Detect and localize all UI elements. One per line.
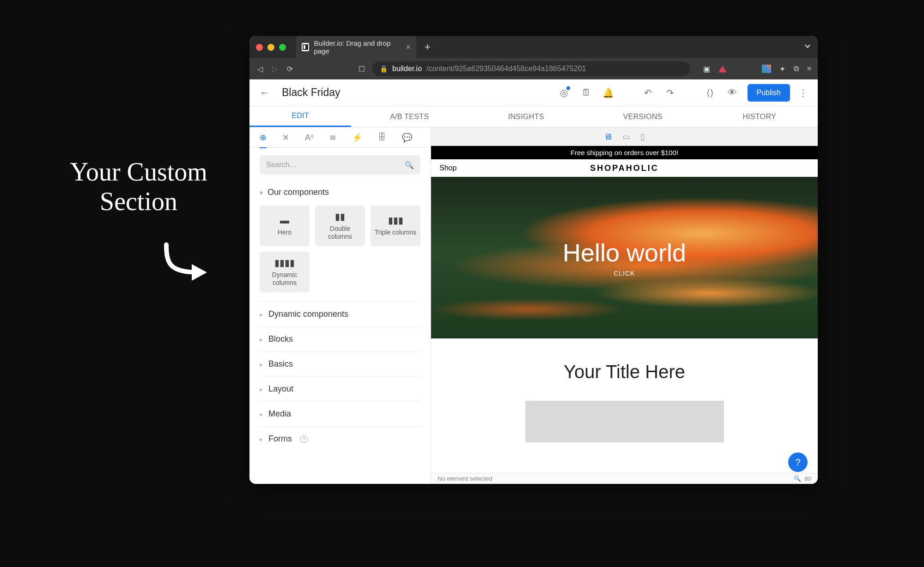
hero-cta[interactable]: CLICK	[614, 270, 635, 277]
hero-heading: Hello world	[563, 238, 686, 267]
desktop-device-icon[interactable]: 🖥	[604, 132, 612, 142]
zoom-icon[interactable]: 🔍	[794, 475, 801, 482]
content-section[interactable]: Your Title Here	[431, 338, 818, 442]
annotation-callout: Your Custom Section	[55, 157, 222, 217]
image-placeholder[interactable]	[525, 401, 724, 442]
browser-tabbar: Builder.io: Drag and drop page × +	[249, 36, 818, 58]
main-tabs: EDIT A/B TESTS INSIGHTS VERSIONS HISTORY	[249, 106, 818, 127]
section-label: Our components	[267, 187, 329, 197]
section-title: Your Title Here	[431, 362, 818, 382]
nav-forward-button[interactable]: ▷	[271, 65, 279, 73]
search-icon: 🔍	[405, 161, 414, 169]
app-body: ⊕ ✕ Aᵅ ≋ ⚡ 🗄 💬 Search... 🔍 ▾ Our compone…	[249, 127, 818, 484]
browser-menu-button[interactable]: ≡	[807, 65, 811, 73]
layers-tool-icon[interactable]: ≋	[329, 133, 336, 143]
window-close-button[interactable]	[256, 44, 263, 51]
new-tab-button[interactable]: +	[425, 41, 431, 53]
schedule-icon[interactable]: 🗓	[579, 87, 593, 98]
preview-button[interactable]: 👁	[725, 87, 739, 98]
section-our-components[interactable]: ▾ Our components	[260, 183, 420, 202]
publish-button[interactable]: Publish	[748, 84, 790, 102]
section-basics[interactable]: ▸ Basics	[260, 351, 420, 376]
section-media[interactable]: ▸ Media	[260, 401, 420, 426]
tab-edit[interactable]: EDIT	[249, 106, 351, 127]
section-dynamic-components[interactable]: ▸ Dynamic components	[260, 302, 420, 326]
caret-right-icon: ▸	[260, 311, 263, 318]
double-columns-icon: ▮▮	[335, 211, 345, 222]
search-input[interactable]: Search... 🔍	[260, 155, 420, 175]
browser-urlbar: ◁ ▷ ⟳ ☐ 🔒 builder.io/content/925a6293504…	[249, 58, 818, 79]
preview-frame[interactable]: Free shipping on orders over $100! Shop …	[431, 146, 818, 484]
sidebar-toolbar: ⊕ ✕ Aᵅ ≋ ⚡ 🗄 💬	[249, 127, 431, 148]
help-fab-button[interactable]: ?	[788, 452, 808, 472]
url-host: builder.io	[392, 65, 422, 73]
shop-link[interactable]: Shop	[439, 164, 456, 172]
tab-insights[interactable]: INSIGHTS	[468, 106, 585, 127]
svg-rect-1	[304, 45, 305, 49]
caret-right-icon: ▸	[260, 410, 263, 418]
shield-icon[interactable]: ▣	[703, 65, 710, 73]
component-triple-columns[interactable]: ▮▮▮ Triple columns	[371, 205, 420, 246]
pip-icon[interactable]: ⧉	[794, 65, 799, 73]
traffic-lights	[256, 44, 286, 51]
data-tool-icon[interactable]: 🗄	[378, 133, 386, 142]
window-maximize-button[interactable]	[279, 44, 286, 51]
redo-button[interactable]: ↷	[663, 87, 677, 98]
sidebar: ⊕ ✕ Aᵅ ≋ ⚡ 🗄 💬 Search... 🔍 ▾ Our compone…	[249, 127, 431, 484]
insert-tool-icon[interactable]: ⊕	[260, 133, 267, 148]
help-icon: ?	[300, 435, 308, 443]
caret-right-icon: ▸	[260, 336, 263, 343]
tab-title: Builder.io: Drag and drop page	[314, 39, 399, 55]
undo-button[interactable]: ↶	[641, 87, 655, 98]
style-tool-icon[interactable]: ✕	[282, 133, 289, 143]
caret-right-icon: ▸	[260, 435, 263, 443]
browser-window: Builder.io: Drag and drop page × + ◁ ▷ ⟳…	[249, 36, 818, 484]
search-placeholder: Search...	[266, 161, 296, 169]
browser-tab[interactable]: Builder.io: Drag and drop page ×	[296, 36, 416, 59]
caret-down-icon: ▾	[260, 189, 263, 196]
app-back-button[interactable]: ←	[260, 87, 270, 99]
component-double-columns[interactable]: ▮▮ Double columns	[315, 205, 365, 246]
nav-reload-button[interactable]: ⟳	[286, 65, 294, 73]
section-forms[interactable]: ▸ Forms ?	[260, 426, 420, 451]
selection-status: No element selected	[438, 475, 492, 482]
mobile-device-icon[interactable]: ▯	[640, 132, 645, 142]
hero-section[interactable]: Hello world CLICK	[431, 177, 818, 338]
annotation-arrow-icon	[157, 240, 213, 296]
status-bar: No element selected 🔍 80	[431, 473, 818, 484]
tab-close-button[interactable]: ×	[406, 42, 411, 52]
app-header: ← Black Friday ◎ 🗓 🔔 ↶ ↷ ⟨⟩ 👁 Publish ⋮	[249, 79, 818, 106]
component-grid: ▬ Hero ▮▮ Double columns ▮▮▮ Triple colu…	[260, 205, 420, 292]
section-layout[interactable]: ▸ Layout	[260, 376, 420, 401]
url-input[interactable]: 🔒 builder.io/content/925a629350464d458ce…	[372, 61, 690, 76]
brave-icon[interactable]	[718, 66, 727, 72]
notifications-icon[interactable]: 🔔	[602, 87, 615, 98]
tab-versions[interactable]: VERSIONS	[584, 106, 701, 127]
type-tool-icon[interactable]: Aᵅ	[305, 133, 314, 143]
device-toolbar: 🖥 ▭ ▯	[431, 127, 818, 146]
annotation-line1: Your Custom	[55, 157, 222, 187]
zoom-value: 80	[805, 475, 811, 482]
lock-icon: 🔒	[380, 65, 388, 72]
tabbar-overflow-button[interactable]	[804, 42, 811, 52]
tablet-device-icon[interactable]: ▭	[622, 132, 630, 142]
comments-tool-icon[interactable]: 💬	[402, 133, 412, 143]
builder-ext-icon[interactable]	[762, 65, 771, 73]
component-hero[interactable]: ▬ Hero	[260, 205, 310, 246]
header-more-button[interactable]: ⋮	[798, 87, 808, 98]
triple-columns-icon: ▮▮▮	[388, 215, 403, 226]
component-dynamic-columns[interactable]: ▮▮▮▮ Dynamic columns	[260, 252, 310, 292]
nav-back-button[interactable]: ◁	[256, 65, 264, 73]
section-blocks[interactable]: ▸ Blocks	[260, 326, 420, 351]
targeting-icon[interactable]: ◎	[557, 87, 571, 98]
favicon-icon	[302, 43, 309, 51]
tab-history[interactable]: HISTORY	[701, 106, 818, 127]
tab-abtests[interactable]: A/B TESTS	[351, 106, 468, 127]
extensions-icon[interactable]: ✦	[779, 65, 785, 73]
caret-right-icon: ▸	[260, 386, 263, 393]
bookmark-button[interactable]: ☐	[358, 65, 366, 73]
code-view-button[interactable]: ⟨⟩	[703, 87, 717, 98]
actions-tool-icon[interactable]: ⚡	[352, 133, 362, 143]
window-minimize-button[interactable]	[267, 44, 274, 51]
brand-logo: SHOPAHOLIC	[590, 163, 659, 173]
